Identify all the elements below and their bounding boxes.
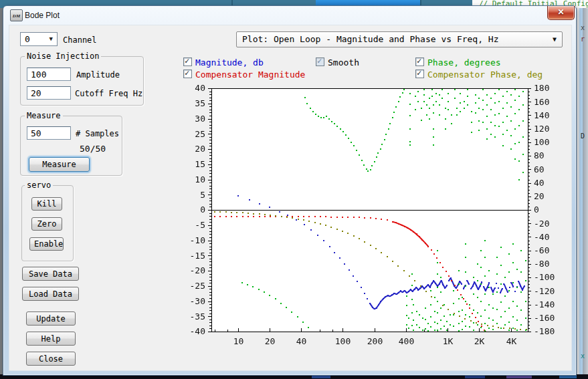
check-icon: ✓ (185, 56, 189, 66)
background-glyph: x (581, 352, 585, 360)
title-bar[interactable] (3, 6, 576, 24)
close-button[interactable]: Close (26, 352, 76, 366)
background-glyph: r (581, 35, 585, 43)
compensator-magnitude-checkbox[interactable]: ✓ (183, 70, 192, 78)
enable-button[interactable]: Enable (29, 237, 64, 251)
update-button[interactable]: Update (26, 311, 76, 326)
help-button[interactable]: Help (26, 332, 76, 346)
plot-type-select[interactable]: Plot: Open Loop - Magnitude and Phase vs… (236, 31, 563, 47)
zero-button[interactable]: Zero (31, 217, 62, 231)
chevron-down-icon: ▼ (50, 35, 53, 42)
app-icon: DM (10, 9, 23, 21)
servo-title: servo (25, 180, 53, 190)
window-title: Bode Plot (25, 11, 60, 20)
channel-label: Channel (63, 35, 97, 45)
check-icon: ✓ (185, 68, 189, 78)
compensator-phase-checkbox[interactable]: ✓ (415, 70, 424, 78)
close-icon: ✕ (548, 6, 574, 19)
compensator-phase-checkbox-label: Compensator Phase, deg (427, 70, 543, 80)
channel-select[interactable]: 0 ▼ (20, 32, 58, 46)
kill-button[interactable]: Kill (31, 197, 62, 211)
amplitude-label: Amplitude (76, 70, 120, 80)
compensator-magnitude-checkbox-label: Compensator Magnitude (195, 70, 305, 80)
check-icon: ✓ (417, 56, 421, 66)
magnitude-checkbox[interactable]: ✓ (183, 57, 192, 66)
measure-title: Measure (25, 111, 63, 120)
amplitude-input[interactable] (27, 68, 71, 81)
cutoff-freq-input[interactable] (27, 86, 71, 100)
background-glyph: D (581, 132, 585, 140)
samples-label: # Samples (76, 129, 119, 138)
magnitude-checkbox-label: Magnitude, db (195, 57, 264, 68)
background-glyph: x (581, 24, 585, 31)
save-data-button[interactable]: Save Data (22, 267, 79, 281)
background-right-strip: xrDx (577, 8, 588, 374)
load-data-button[interactable]: Load Data (22, 287, 79, 301)
phase-checkbox-label: Phase, degrees (427, 57, 501, 68)
smooth-checkbox-label: Smooth (328, 57, 359, 68)
smooth-checkbox[interactable]: ✓ (316, 57, 324, 66)
cutoff-freq-label: Cutoff Freq Hz (75, 89, 142, 98)
bode-plot-chart (178, 81, 569, 348)
check-icon: ✓ (417, 68, 421, 78)
samples-input[interactable] (27, 126, 71, 140)
measure-progress: 50/50 (80, 144, 106, 154)
bode-plot-window: DM Bode Plot ✕ 0 ▼ Channel Plot: Open Lo… (3, 5, 577, 376)
phase-checkbox[interactable]: ✓ (415, 57, 424, 66)
plot-type-value: Plot: Open Loop - Magnitude and Phase vs… (242, 34, 499, 44)
close-window-button[interactable]: ✕ (547, 6, 575, 20)
channel-value: 0 (25, 34, 30, 44)
chevron-down-icon: ▼ (553, 35, 557, 43)
measure-button[interactable]: Measure (29, 157, 90, 172)
check-icon: ✓ (317, 56, 322, 66)
noise-injection-title: Noise Injection (25, 51, 101, 61)
